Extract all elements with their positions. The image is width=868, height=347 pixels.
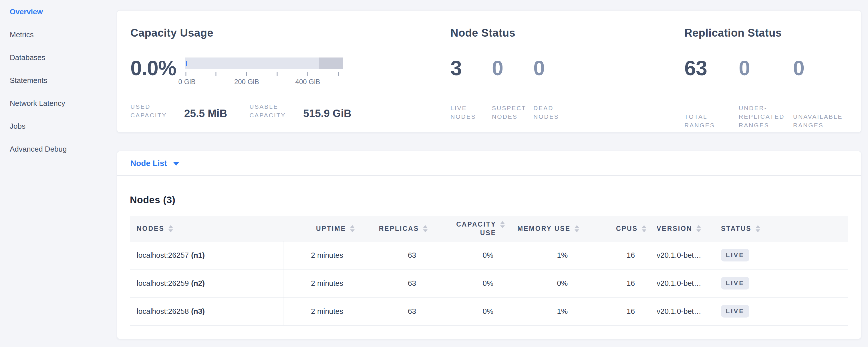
usable-capacity-value: 515.9 GiB xyxy=(303,107,351,120)
memory-use-cell: 1% xyxy=(505,241,579,269)
memory-use-cell: 0% xyxy=(505,269,579,297)
column-header-status[interactable]: STATUS xyxy=(705,216,848,241)
sidebar-item-network-latency[interactable]: Network Latency xyxy=(10,98,117,108)
suspect-nodes-label: SUSPECT NODES xyxy=(492,104,533,121)
capacity-meter: 0 GiB 200 GiB 400 GiB xyxy=(185,58,343,86)
cpus-cell: 16 xyxy=(579,241,646,269)
axis-tick xyxy=(307,72,308,76)
column-header-cpus[interactable]: CPUS xyxy=(579,216,646,241)
status-badge: LIVE xyxy=(721,249,749,261)
node-list-card: Node List Nodes (3) NODES xyxy=(117,151,861,339)
column-label: CPUS xyxy=(616,225,638,232)
sort-icon[interactable] xyxy=(755,225,760,232)
nodes-table-title: Nodes (3) xyxy=(130,194,848,206)
dead-nodes-label: DEAD NODES xyxy=(533,104,575,121)
sort-icon[interactable] xyxy=(575,225,579,232)
sidebar-item-overview[interactable]: Overview xyxy=(10,7,117,17)
node-address-link[interactable]: localhost:26257(n1) xyxy=(137,251,205,259)
unavailable-ranges-count: 0 xyxy=(793,57,847,79)
node-list-dropdown[interactable]: Node List xyxy=(117,151,861,176)
column-label: REPLICAS xyxy=(379,225,419,232)
axis-tick xyxy=(277,72,278,76)
cluster-summary-card: Capacity Usage 0.0% xyxy=(117,10,861,133)
usable-capacity-stat: USABLE CAPACITY 515.9 GiB xyxy=(249,102,351,120)
sidebar-item-statements[interactable]: Statements xyxy=(10,75,117,85)
sort-icon[interactable] xyxy=(168,225,173,232)
node-address-link[interactable]: localhost:26259(n2) xyxy=(137,279,205,287)
node-status-title: Node Status xyxy=(451,27,684,39)
capacity-bar-track xyxy=(185,58,343,69)
nodes-table: NODES UPTIME REPLICAS CAPACIT xyxy=(130,216,848,325)
version-cell: v20.1.0-bet… xyxy=(646,241,705,269)
version-cell: v20.1.0-bet… xyxy=(646,297,705,325)
node-id: (n3) xyxy=(191,307,205,316)
node-address-link[interactable]: localhost:26258(n3) xyxy=(137,307,205,316)
table-row: localhost:26257(n1) 2 minutes 63 0% 1% 1… xyxy=(130,241,848,269)
cpus-cell: 16 xyxy=(579,297,646,325)
sidebar-item-databases[interactable]: Databases xyxy=(10,53,117,62)
column-header-version[interactable]: VERSION xyxy=(646,216,705,241)
uptime-cell: 2 minutes xyxy=(283,269,354,297)
capacity-use-cell: 0% xyxy=(428,297,505,325)
axis-tick xyxy=(338,72,339,76)
capacity-use-cell: 0% xyxy=(428,241,505,269)
under-replicated-ranges-label: UNDER-REPLICATED RANGES xyxy=(739,104,793,130)
capacity-axis-labels: 0 GiB 200 GiB 400 GiB xyxy=(185,78,343,86)
status-badge: LIVE xyxy=(721,277,749,289)
dead-nodes-count: 0 xyxy=(533,57,575,79)
node-address: localhost:26258 xyxy=(137,307,189,316)
total-ranges-label: TOTAL RANGES xyxy=(684,113,739,130)
under-replicated-ranges-count: 0 xyxy=(739,57,793,79)
table-row: localhost:26259(n2) 2 minutes 63 0% 0% 1… xyxy=(130,269,848,297)
sidebar-item-advanced-debug[interactable]: Advanced Debug xyxy=(10,144,117,154)
replication-status-title: Replication Status xyxy=(684,27,861,39)
column-label: STATUS xyxy=(721,225,752,232)
sidebar-item-jobs[interactable]: Jobs xyxy=(10,121,117,131)
axis-tick xyxy=(216,72,217,76)
table-header-row: NODES UPTIME REPLICAS CAPACIT xyxy=(130,216,848,241)
capacity-bar-reserved-segment xyxy=(319,58,343,69)
sidebar-item-metrics[interactable]: Metrics xyxy=(10,30,117,39)
node-address: localhost:26259 xyxy=(137,279,189,287)
replication-status-section: Replication Status 63 0 0 TOTAL RANGES U… xyxy=(684,27,861,132)
column-header-memory-use[interactable]: MEMORY USE xyxy=(505,216,579,241)
uptime-cell: 2 minutes xyxy=(283,297,354,325)
capacity-usage-section: Capacity Usage 0.0% xyxy=(130,27,451,132)
column-label: NODES xyxy=(137,225,164,232)
node-list-dropdown-label: Node List xyxy=(130,159,167,168)
axis-label: 200 GiB xyxy=(234,78,259,86)
column-label: VERSION xyxy=(657,225,692,232)
main-content: Capacity Usage 0.0% xyxy=(117,0,861,339)
sidebar: Overview Metrics Databases Statements Ne… xyxy=(0,0,117,167)
live-nodes-count: 3 xyxy=(451,57,492,79)
version-cell: v20.1.0-bet… xyxy=(646,269,705,297)
sort-icon[interactable] xyxy=(423,225,428,232)
status-badge: LIVE xyxy=(721,305,749,318)
sort-icon[interactable] xyxy=(642,225,646,232)
capacity-used-percent: 0.0% xyxy=(130,57,176,79)
sort-icon[interactable] xyxy=(696,225,701,232)
capacity-usage-title: Capacity Usage xyxy=(130,27,451,39)
suspect-nodes-count: 0 xyxy=(492,57,533,79)
axis-label: 0 GiB xyxy=(179,78,196,86)
axis-tick xyxy=(246,72,247,76)
unavailable-ranges-label: UNAVAILABLE RANGES xyxy=(793,113,847,130)
axis-label: 400 GiB xyxy=(296,78,320,86)
column-header-nodes[interactable]: NODES xyxy=(130,216,283,241)
sort-icon[interactable] xyxy=(500,221,505,228)
sort-icon[interactable] xyxy=(350,225,354,232)
column-header-replicas[interactable]: REPLICAS xyxy=(354,216,428,241)
axis-tick xyxy=(186,72,186,76)
capacity-axis xyxy=(185,72,343,76)
usable-capacity-label: USABLE CAPACITY xyxy=(249,102,296,120)
column-header-capacity-use[interactable]: CAPACITY USE xyxy=(428,216,505,241)
replicas-cell: 63 xyxy=(354,269,428,297)
used-capacity-stat: USED CAPACITY 25.5 MiB xyxy=(130,102,227,120)
capacity-bar-used-indicator xyxy=(186,61,187,66)
live-nodes-label: LIVE NODES xyxy=(451,104,492,121)
uptime-cell: 2 minutes xyxy=(283,241,354,269)
column-header-uptime[interactable]: UPTIME xyxy=(283,216,354,241)
replicas-cell: 63 xyxy=(354,241,428,269)
node-address: localhost:26257 xyxy=(137,251,189,259)
column-label: UPTIME xyxy=(316,225,346,232)
